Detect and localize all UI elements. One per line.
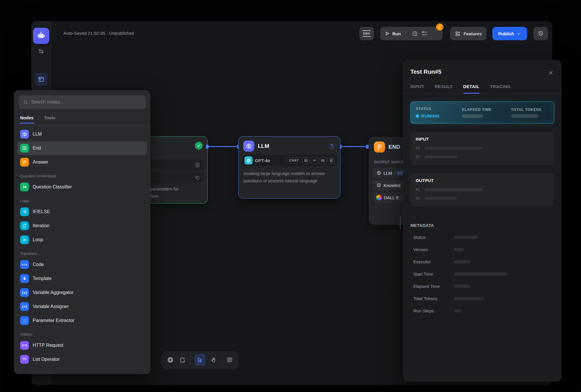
checklist-icon[interactable] <box>420 29 430 38</box>
row-number: 01 <box>416 187 420 192</box>
features-grid-plus-icon <box>455 31 461 37</box>
open-book-icon <box>376 183 382 188</box>
node-panel-divider <box>14 126 150 126</box>
search-input[interactable] <box>31 99 142 105</box>
history-icon <box>538 30 544 37</box>
node-item-list-operator[interactable]: List Operator <box>17 352 147 366</box>
node-item-if-else[interactable]: IF/ELSE <box>17 205 147 219</box>
node-item-llm[interactable]: LLM <box>17 127 147 141</box>
metadata-label: METADATA <box>410 223 554 228</box>
play-icon <box>384 31 390 36</box>
node-list: LLM End Answer Question Understand Quest… <box>17 127 147 366</box>
row-number: 02 <box>416 196 420 200</box>
tab-input[interactable]: INPUT <box>410 84 424 94</box>
test-run-title: Test Run#5 <box>410 69 554 75</box>
section-logic: Logic <box>17 199 147 203</box>
output-card-label: OUTPUT <box>416 178 549 183</box>
add-note-button[interactable] <box>178 355 187 365</box>
features-button-label: Features <box>463 31 482 36</box>
llm-node[interactable]: LLM GPT-4o CHAT <box>238 136 340 199</box>
publish-button[interactable]: Publish <box>492 27 527 40</box>
elapsed-time-skeleton <box>462 114 483 118</box>
note-icon <box>179 357 186 363</box>
value-skeleton <box>454 260 471 263</box>
node-item-code[interactable]: </> Code <box>17 258 147 272</box>
metadata-row-version: Version <box>410 246 554 252</box>
tab-tools[interactable]: Tools <box>44 115 55 124</box>
pointer-mode-button[interactable] <box>195 354 206 366</box>
run-button[interactable]: Run <box>384 31 401 36</box>
running-spinner-icon <box>327 143 335 150</box>
node-item-variable-assigner[interactable]: {=} Variable Assigner <box>17 300 147 314</box>
llm-node-title: LLM <box>258 143 269 149</box>
edge-llm-to-end <box>340 146 368 147</box>
run-button-group: Run <box>380 27 442 40</box>
app-logo-robot-icon[interactable] <box>33 28 49 44</box>
elapsed-time-label: ELAPSED TIME <box>462 108 511 112</box>
metadata-row-executor: Executor <box>410 259 554 265</box>
row-number: 01 <box>416 146 420 150</box>
test-run-panel: Test Run#5 INPUT RESULT DETAIL TRACING S… <box>403 60 561 382</box>
flag-icon <box>20 158 29 167</box>
chat-mode-tag: CHAT <box>287 157 301 164</box>
row-number: 02 <box>416 155 420 159</box>
status-value: RUNING <box>416 113 462 118</box>
autosave-status: Auto-Saved 21:02:35 · Unpublished <box>63 31 134 36</box>
node-item-end[interactable]: End <box>17 141 147 155</box>
infinity-icon: ∞ <box>20 235 29 244</box>
classifier-icon <box>20 183 29 191</box>
node-item-loop[interactable]: ∞ Loop <box>17 233 147 247</box>
open-book-icon <box>20 144 29 153</box>
flag-icon <box>374 141 385 153</box>
tab-tracing[interactable]: TRACING <box>490 84 511 94</box>
test-run-tabs: INPUT RESULT DETAIL TRACING <box>410 84 554 94</box>
node-item-question-classifier[interactable]: Question Classifier <box>17 180 147 194</box>
value-skeleton <box>454 236 477 239</box>
output-variables-label: OUTPUT VARIA <box>374 160 403 164</box>
section-transform: Transform <box>17 251 147 256</box>
braces-x-icon: {x} <box>20 288 29 297</box>
hand-mode-button[interactable] <box>209 355 218 365</box>
tab-detail[interactable]: DETAIL <box>463 84 480 94</box>
node-item-variable-aggregator[interactable]: {x} Variable Aggregator <box>17 286 147 300</box>
success-check-icon <box>195 142 203 150</box>
metadata-row-start-time: Start Time <box>410 271 554 277</box>
env-button[interactable]: ENV <box>359 27 374 40</box>
edge-handle <box>366 145 369 149</box>
value-skeleton <box>424 147 483 150</box>
copy-icon <box>195 175 200 181</box>
value-skeleton <box>454 272 507 276</box>
node-search[interactable] <box>19 95 146 109</box>
preview-window-icon[interactable] <box>35 73 48 86</box>
tab-result[interactable]: RESULT <box>435 84 453 94</box>
node-item-answer[interactable]: Answer <box>17 155 147 169</box>
edge-start-to-llm <box>208 146 238 147</box>
features-button[interactable]: Features <box>450 27 487 40</box>
organize-nodes-button[interactable] <box>226 355 234 365</box>
brain-icon <box>20 130 29 139</box>
running-dot-icon <box>416 115 419 118</box>
add-node-button[interactable] <box>166 355 174 365</box>
node-item-template[interactable]: Template <box>17 272 147 286</box>
run-history-clock-icon[interactable] <box>410 29 420 38</box>
template-icon <box>20 274 29 283</box>
audio-capability-icon <box>311 157 318 164</box>
vision-capability-icon <box>302 157 309 164</box>
node-item-http-request[interactable]: HTTP HTTP Request <box>17 338 147 352</box>
section-utilities: Utilities <box>17 332 147 337</box>
output-card: OUTPUT 01 02 <box>410 173 554 206</box>
branch-icon <box>20 207 29 216</box>
workflow-settings-sliders-icon[interactable] <box>35 45 48 58</box>
llm-model-row[interactable]: GPT-4o CHAT <box>243 155 337 166</box>
version-history-button[interactable] <box>533 27 548 40</box>
value-skeleton <box>454 248 464 251</box>
toolbar-divider <box>222 356 222 364</box>
close-button[interactable] <box>546 68 555 77</box>
node-item-iteration[interactable]: Iteration <box>17 219 147 233</box>
node-item-parameter-extractor[interactable]: Parameter Extractor <box>17 314 147 328</box>
tab-nodes[interactable]: Nodes <box>20 115 34 124</box>
publish-button-label: Publish <box>498 31 514 36</box>
edge-handle <box>206 145 209 149</box>
value-skeleton <box>454 297 484 300</box>
status-label: STATUS <box>416 107 462 111</box>
